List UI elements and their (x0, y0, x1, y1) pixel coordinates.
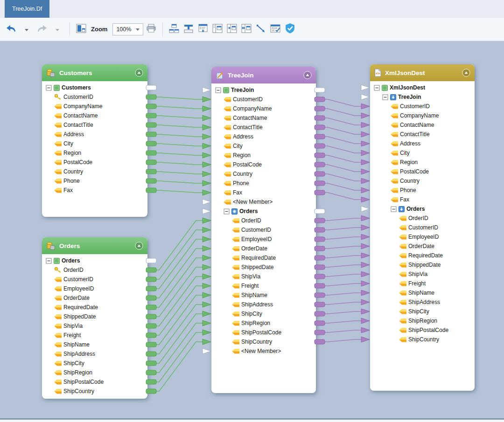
map-link[interactable] (325, 293, 361, 295)
output-port[interactable] (146, 268, 156, 272)
input-port[interactable] (361, 318, 370, 324)
output-port[interactable] (146, 296, 156, 300)
map-link[interactable] (156, 116, 203, 118)
preview-data-button[interactable]: 0110 0110 (269, 21, 282, 38)
input-port[interactable] (203, 330, 211, 335)
output-port[interactable] (146, 85, 156, 90)
output-port[interactable] (315, 228, 325, 232)
input-port[interactable] (203, 97, 211, 102)
map-link[interactable] (325, 321, 361, 323)
input-port[interactable] (361, 299, 370, 305)
redo-button[interactable] (35, 21, 49, 38)
output-port[interactable] (315, 302, 325, 307)
output-port[interactable] (315, 172, 325, 176)
input-port[interactable] (361, 271, 370, 277)
output-port[interactable] (146, 141, 156, 146)
output-port[interactable] (146, 333, 156, 338)
map-link[interactable] (325, 118, 361, 125)
input-port[interactable] (203, 292, 211, 298)
input-port[interactable] (361, 150, 370, 156)
output-port[interactable] (146, 286, 156, 291)
input-port[interactable] (203, 152, 211, 158)
map-link[interactable] (156, 172, 203, 174)
output-port[interactable] (315, 134, 325, 139)
map-link[interactable] (325, 155, 361, 162)
input-port[interactable] (361, 215, 370, 221)
map-link[interactable] (325, 274, 361, 277)
output-port[interactable] (315, 218, 325, 223)
map-link[interactable] (325, 330, 361, 332)
output-port[interactable] (146, 95, 156, 99)
map-link[interactable] (156, 125, 203, 127)
output-port[interactable] (315, 284, 325, 288)
input-port[interactable] (203, 311, 211, 317)
output-port[interactable] (146, 277, 156, 282)
output-port[interactable] (315, 274, 325, 279)
input-port[interactable] (361, 141, 370, 146)
arrange-tree-button[interactable] (182, 21, 195, 38)
input-port[interactable] (203, 283, 211, 289)
output-port[interactable] (315, 209, 325, 214)
input-port[interactable] (203, 320, 211, 326)
input-port[interactable] (361, 234, 370, 240)
output-port[interactable] (315, 330, 325, 335)
input-port[interactable] (203, 227, 211, 233)
output-port[interactable] (315, 190, 325, 195)
input-port[interactable] (203, 302, 211, 307)
overview-window-button[interactable] (75, 21, 88, 38)
output-port[interactable] (146, 361, 156, 366)
map-link[interactable] (325, 256, 361, 258)
map-link[interactable] (156, 162, 203, 165)
output-port[interactable] (315, 106, 325, 111)
input-port[interactable] (361, 327, 370, 333)
input-port[interactable] (203, 190, 211, 195)
input-port[interactable] (361, 113, 370, 118)
redo-dropdown-button[interactable] (50, 21, 65, 38)
map-link[interactable] (325, 302, 361, 304)
input-port[interactable] (361, 94, 370, 100)
output-port[interactable] (146, 389, 156, 394)
input-port[interactable] (361, 281, 370, 286)
output-port[interactable] (315, 311, 325, 316)
map-link[interactable] (156, 181, 203, 183)
map-link[interactable] (325, 237, 361, 239)
map-link[interactable] (325, 339, 361, 342)
input-port[interactable] (361, 159, 370, 165)
input-port[interactable] (361, 337, 370, 342)
map-link[interactable] (325, 246, 361, 249)
map-link[interactable] (325, 109, 361, 116)
input-port[interactable] (361, 104, 370, 109)
input-port[interactable] (361, 122, 370, 128)
input-port[interactable] (203, 264, 211, 270)
field-list-button[interactable] (196, 21, 210, 38)
document-tab[interactable]: TreeJoin.Df (5, 0, 49, 18)
input-port[interactable] (361, 178, 370, 184)
map-link[interactable] (156, 153, 203, 155)
expand-node-button[interactable] (211, 21, 224, 38)
input-port[interactable] (361, 85, 370, 90)
map-link[interactable] (156, 221, 203, 270)
input-port[interactable] (203, 274, 211, 279)
input-port[interactable] (203, 143, 211, 149)
map-link[interactable] (156, 144, 203, 146)
input-port[interactable] (361, 169, 370, 174)
output-port[interactable] (315, 97, 325, 102)
output-port[interactable] (146, 151, 156, 155)
input-port[interactable] (203, 87, 211, 93)
output-port[interactable] (146, 160, 156, 165)
map-link[interactable] (325, 218, 361, 221)
straight-link-button[interactable] (254, 21, 267, 38)
expand-node-wide-button[interactable] (240, 21, 253, 38)
map-link[interactable] (325, 99, 361, 106)
output-port[interactable] (315, 339, 325, 344)
output-port[interactable] (315, 246, 325, 251)
output-port[interactable] (146, 169, 156, 174)
input-port[interactable] (361, 309, 370, 314)
output-port[interactable] (315, 265, 325, 270)
dataflow-canvas[interactable]: CustomersCustomersCustomerIDCompanyNameC… (0, 41, 504, 420)
input-port[interactable] (203, 208, 211, 214)
map-link[interactable] (325, 174, 361, 181)
output-port[interactable] (315, 293, 325, 297)
map-link[interactable] (156, 190, 203, 193)
input-port[interactable] (203, 180, 211, 186)
